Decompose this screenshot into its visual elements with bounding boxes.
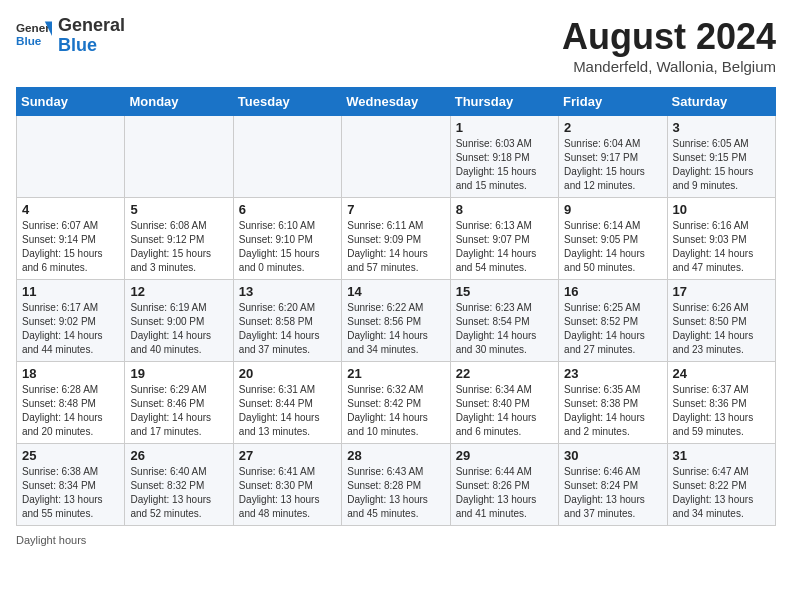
day-number: 12 [130, 284, 227, 299]
day-number: 25 [22, 448, 119, 463]
day-cell [233, 116, 341, 198]
day-number: 4 [22, 202, 119, 217]
day-info: Sunrise: 6:31 AM Sunset: 8:44 PM Dayligh… [239, 383, 336, 439]
day-number: 10 [673, 202, 770, 217]
day-info: Sunrise: 6:11 AM Sunset: 9:09 PM Dayligh… [347, 219, 444, 275]
day-info: Sunrise: 6:44 AM Sunset: 8:26 PM Dayligh… [456, 465, 553, 521]
day-info: Sunrise: 6:07 AM Sunset: 9:14 PM Dayligh… [22, 219, 119, 275]
weekday-header-monday: Monday [125, 88, 233, 116]
day-number: 22 [456, 366, 553, 381]
day-info: Sunrise: 6:32 AM Sunset: 8:42 PM Dayligh… [347, 383, 444, 439]
day-number: 7 [347, 202, 444, 217]
day-cell: 7Sunrise: 6:11 AM Sunset: 9:09 PM Daylig… [342, 198, 450, 280]
day-info: Sunrise: 6:28 AM Sunset: 8:48 PM Dayligh… [22, 383, 119, 439]
day-cell: 18Sunrise: 6:28 AM Sunset: 8:48 PM Dayli… [17, 362, 125, 444]
day-info: Sunrise: 6:40 AM Sunset: 8:32 PM Dayligh… [130, 465, 227, 521]
day-cell: 17Sunrise: 6:26 AM Sunset: 8:50 PM Dayli… [667, 280, 775, 362]
day-info: Sunrise: 6:35 AM Sunset: 8:38 PM Dayligh… [564, 383, 661, 439]
day-cell: 23Sunrise: 6:35 AM Sunset: 8:38 PM Dayli… [559, 362, 667, 444]
day-number: 17 [673, 284, 770, 299]
day-cell: 29Sunrise: 6:44 AM Sunset: 8:26 PM Dayli… [450, 444, 558, 526]
day-number: 2 [564, 120, 661, 135]
day-number: 27 [239, 448, 336, 463]
day-info: Sunrise: 6:19 AM Sunset: 9:00 PM Dayligh… [130, 301, 227, 357]
day-info: Sunrise: 6:29 AM Sunset: 8:46 PM Dayligh… [130, 383, 227, 439]
day-info: Sunrise: 6:38 AM Sunset: 8:34 PM Dayligh… [22, 465, 119, 521]
day-cell: 9Sunrise: 6:14 AM Sunset: 9:05 PM Daylig… [559, 198, 667, 280]
day-cell: 16Sunrise: 6:25 AM Sunset: 8:52 PM Dayli… [559, 280, 667, 362]
logo-text: General Blue [58, 16, 125, 56]
day-info: Sunrise: 6:05 AM Sunset: 9:15 PM Dayligh… [673, 137, 770, 193]
day-cell [125, 116, 233, 198]
day-number: 11 [22, 284, 119, 299]
day-info: Sunrise: 6:25 AM Sunset: 8:52 PM Dayligh… [564, 301, 661, 357]
page-header: General Blue General Blue August 2024 Ma… [16, 16, 776, 75]
day-cell: 30Sunrise: 6:46 AM Sunset: 8:24 PM Dayli… [559, 444, 667, 526]
day-info: Sunrise: 6:23 AM Sunset: 8:54 PM Dayligh… [456, 301, 553, 357]
day-cell: 4Sunrise: 6:07 AM Sunset: 9:14 PM Daylig… [17, 198, 125, 280]
weekday-header-friday: Friday [559, 88, 667, 116]
day-cell: 15Sunrise: 6:23 AM Sunset: 8:54 PM Dayli… [450, 280, 558, 362]
day-cell [342, 116, 450, 198]
day-cell: 24Sunrise: 6:37 AM Sunset: 8:36 PM Dayli… [667, 362, 775, 444]
day-cell: 1Sunrise: 6:03 AM Sunset: 9:18 PM Daylig… [450, 116, 558, 198]
footer-note-text: Daylight hours [16, 534, 86, 546]
day-cell: 12Sunrise: 6:19 AM Sunset: 9:00 PM Dayli… [125, 280, 233, 362]
day-info: Sunrise: 6:43 AM Sunset: 8:28 PM Dayligh… [347, 465, 444, 521]
day-cell [17, 116, 125, 198]
svg-text:Blue: Blue [16, 34, 42, 47]
day-info: Sunrise: 6:08 AM Sunset: 9:12 PM Dayligh… [130, 219, 227, 275]
day-number: 14 [347, 284, 444, 299]
week-row-1: 1Sunrise: 6:03 AM Sunset: 9:18 PM Daylig… [17, 116, 776, 198]
week-row-2: 4Sunrise: 6:07 AM Sunset: 9:14 PM Daylig… [17, 198, 776, 280]
day-number: 24 [673, 366, 770, 381]
day-cell: 10Sunrise: 6:16 AM Sunset: 9:03 PM Dayli… [667, 198, 775, 280]
logo-blue: Blue [58, 36, 125, 56]
day-info: Sunrise: 6:34 AM Sunset: 8:40 PM Dayligh… [456, 383, 553, 439]
day-info: Sunrise: 6:47 AM Sunset: 8:22 PM Dayligh… [673, 465, 770, 521]
day-number: 13 [239, 284, 336, 299]
day-cell: 2Sunrise: 6:04 AM Sunset: 9:17 PM Daylig… [559, 116, 667, 198]
weekday-header-saturday: Saturday [667, 88, 775, 116]
day-info: Sunrise: 6:17 AM Sunset: 9:02 PM Dayligh… [22, 301, 119, 357]
day-cell: 14Sunrise: 6:22 AM Sunset: 8:56 PM Dayli… [342, 280, 450, 362]
day-number: 9 [564, 202, 661, 217]
day-number: 8 [456, 202, 553, 217]
day-info: Sunrise: 6:14 AM Sunset: 9:05 PM Dayligh… [564, 219, 661, 275]
weekday-header-wednesday: Wednesday [342, 88, 450, 116]
location: Manderfeld, Wallonia, Belgium [562, 58, 776, 75]
day-cell: 21Sunrise: 6:32 AM Sunset: 8:42 PM Dayli… [342, 362, 450, 444]
day-cell: 19Sunrise: 6:29 AM Sunset: 8:46 PM Dayli… [125, 362, 233, 444]
day-info: Sunrise: 6:46 AM Sunset: 8:24 PM Dayligh… [564, 465, 661, 521]
day-info: Sunrise: 6:26 AM Sunset: 8:50 PM Dayligh… [673, 301, 770, 357]
day-number: 18 [22, 366, 119, 381]
day-number: 19 [130, 366, 227, 381]
day-number: 16 [564, 284, 661, 299]
day-info: Sunrise: 6:37 AM Sunset: 8:36 PM Dayligh… [673, 383, 770, 439]
logo-general: General [58, 16, 125, 36]
day-info: Sunrise: 6:04 AM Sunset: 9:17 PM Dayligh… [564, 137, 661, 193]
calendar-header: SundayMondayTuesdayWednesdayThursdayFrid… [17, 88, 776, 116]
day-cell: 8Sunrise: 6:13 AM Sunset: 9:07 PM Daylig… [450, 198, 558, 280]
day-info: Sunrise: 6:16 AM Sunset: 9:03 PM Dayligh… [673, 219, 770, 275]
weekday-header-thursday: Thursday [450, 88, 558, 116]
day-number: 31 [673, 448, 770, 463]
month-title: August 2024 [562, 16, 776, 58]
day-number: 29 [456, 448, 553, 463]
day-cell: 11Sunrise: 6:17 AM Sunset: 9:02 PM Dayli… [17, 280, 125, 362]
day-cell: 25Sunrise: 6:38 AM Sunset: 8:34 PM Dayli… [17, 444, 125, 526]
day-info: Sunrise: 6:13 AM Sunset: 9:07 PM Dayligh… [456, 219, 553, 275]
day-cell: 28Sunrise: 6:43 AM Sunset: 8:28 PM Dayli… [342, 444, 450, 526]
day-info: Sunrise: 6:10 AM Sunset: 9:10 PM Dayligh… [239, 219, 336, 275]
week-row-5: 25Sunrise: 6:38 AM Sunset: 8:34 PM Dayli… [17, 444, 776, 526]
day-number: 28 [347, 448, 444, 463]
day-info: Sunrise: 6:41 AM Sunset: 8:30 PM Dayligh… [239, 465, 336, 521]
day-cell: 5Sunrise: 6:08 AM Sunset: 9:12 PM Daylig… [125, 198, 233, 280]
day-number: 6 [239, 202, 336, 217]
day-number: 3 [673, 120, 770, 135]
title-block: August 2024 Manderfeld, Wallonia, Belgiu… [562, 16, 776, 75]
day-number: 23 [564, 366, 661, 381]
weekday-header-tuesday: Tuesday [233, 88, 341, 116]
day-cell: 20Sunrise: 6:31 AM Sunset: 8:44 PM Dayli… [233, 362, 341, 444]
logo-icon: General Blue [16, 18, 52, 54]
